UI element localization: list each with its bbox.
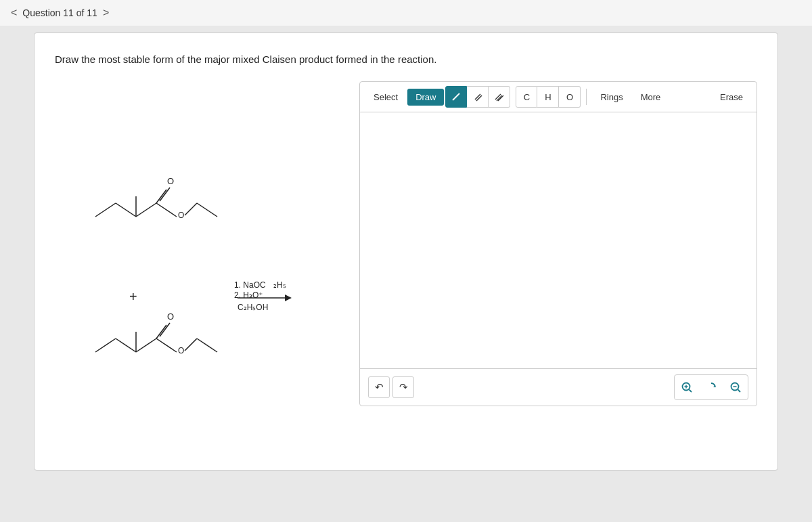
svg-marker-24 [285,295,292,301]
zoom-buttons [674,374,748,400]
triple-bond-button[interactable] [489,86,510,108]
undo-redo-buttons: ↶ ↷ [368,376,414,398]
triple-bond-icon [495,92,504,102]
question-card: Draw the most stable form of the major m… [34,32,778,471]
svg-line-41 [738,390,741,393]
svg-line-19 [156,339,177,352]
svg-text:2. H₃O⁺: 2. H₃O⁺ [234,290,263,300]
double-bond-icon [473,92,482,102]
undo-icon: ↶ [375,381,384,393]
zoom-out-icon [729,381,742,393]
single-bond-icon [451,92,461,102]
oxygen-button[interactable]: O [559,86,581,108]
svg-text:O: O [178,211,184,220]
svg-line-1 [116,203,136,217]
chemistry-panel: O O + [55,81,339,436]
svg-line-4 [156,190,166,203]
svg-line-29 [453,93,459,100]
next-question-button[interactable]: > [103,7,109,19]
svg-text:C₂H₅OH: C₂H₅OH [238,303,268,312]
top-navigation: < Question 11 of 11 > [0,0,812,26]
zoom-out-button[interactable] [725,376,746,398]
svg-text:₂H₅: ₂H₅ [273,280,286,290]
content-area: O O + [55,81,757,436]
drawing-toolbar: Select Draw [360,82,757,112]
svg-line-10 [197,203,217,217]
carbon-button[interactable]: C [516,86,537,108]
zoom-reset-icon [705,381,717,393]
svg-line-7 [156,203,177,217]
svg-line-5 [160,188,170,201]
svg-line-0 [95,203,116,217]
svg-line-36 [690,390,692,393]
more-button[interactable]: More [633,89,669,106]
svg-text:O: O [167,176,174,186]
bottom-toolbar: ↶ ↷ [360,368,757,406]
svg-line-22 [197,339,217,352]
bond-buttons [445,86,510,108]
svg-text:O: O [178,346,184,355]
reaction-svg: O O + [55,108,339,436]
svg-line-2 [136,203,156,217]
svg-line-30 [475,94,480,100]
svg-line-17 [160,323,170,336]
question-text: Draw the most stable form of the major m… [55,53,757,65]
svg-line-13 [116,339,136,352]
svg-line-21 [185,339,197,351]
zoom-in-button[interactable] [676,376,698,398]
toolbar-separator [586,89,587,105]
svg-line-16 [156,325,166,339]
svg-text:1. NaOC: 1. NaOC [234,280,266,290]
draw-button[interactable]: Draw [407,89,444,106]
undo-button[interactable]: ↶ [368,376,390,398]
redo-button[interactable]: ↷ [392,376,414,398]
double-bond-button[interactable] [467,86,489,108]
svg-line-31 [476,95,482,101]
redo-icon: ↷ [399,381,408,393]
question-counter: Question 11 of 11 [22,7,97,18]
atom-buttons: C H O [516,86,581,108]
svg-text:+: + [129,289,137,304]
svg-text:O: O [167,311,174,322]
select-button[interactable]: Select [365,89,406,106]
hydrogen-button[interactable]: H [537,86,559,108]
svg-line-12 [95,339,116,352]
single-bond-button[interactable] [445,86,467,108]
drawing-panel: Select Draw [359,81,757,406]
svg-line-14 [136,339,156,352]
molecules-svg: O O + [55,108,339,433]
erase-button[interactable]: Erase [712,89,751,106]
drawing-canvas[interactable] [360,112,757,368]
prev-question-button[interactable]: < [11,7,17,19]
zoom-in-icon [681,381,693,393]
zoom-reset-button[interactable] [700,376,722,398]
svg-line-9 [185,203,197,215]
main-container: Draw the most stable form of the major m… [0,26,812,477]
rings-button[interactable]: Rings [592,89,631,106]
